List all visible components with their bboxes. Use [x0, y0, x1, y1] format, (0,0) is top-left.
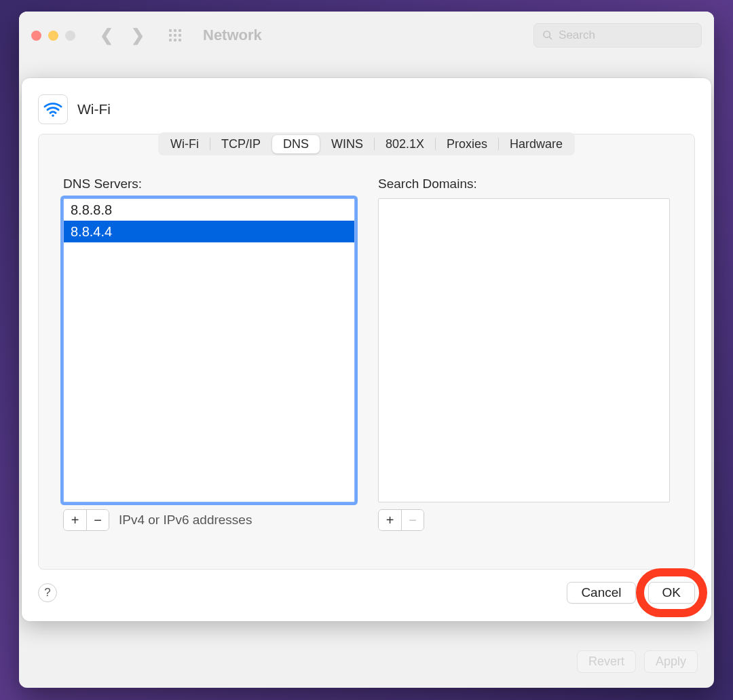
traffic-lights — [31, 31, 75, 41]
tab-wifi[interactable]: Wi-Fi — [159, 135, 210, 153]
dns-servers-column: DNS Servers: 8.8.8.88.8.4.4 + − IPv4 or … — [63, 177, 355, 531]
window-bottom-actions: Revert Apply — [577, 650, 698, 673]
svg-line-1 — [549, 37, 552, 39]
search-input[interactable] — [559, 29, 693, 42]
search-icon — [542, 29, 553, 41]
zoom-window-button[interactable] — [65, 31, 75, 41]
remove-dns-server-button[interactable]: − — [86, 510, 109, 530]
close-window-button[interactable] — [31, 31, 41, 41]
tab-dns[interactable]: DNS — [272, 135, 320, 153]
svg-point-2 — [52, 115, 54, 117]
back-button[interactable]: ❮ — [100, 26, 113, 45]
search-box[interactable] — [533, 23, 702, 48]
tab-hardware[interactable]: Hardware — [499, 135, 574, 153]
add-dns-server-button[interactable]: + — [64, 510, 86, 530]
dns-servers-label: DNS Servers: — [63, 177, 355, 191]
sheet-footer: ? Cancel OK — [38, 582, 695, 604]
forward-button[interactable]: ❯ — [131, 26, 145, 45]
tab-tcpip[interactable]: TCP/IP — [210, 135, 271, 153]
ok-button-highlight: OK — [648, 582, 695, 604]
tab-proxies[interactable]: Proxies — [436, 135, 498, 153]
window-title: Network — [203, 26, 262, 44]
titlebar: ❮ ❯ Network — [19, 12, 714, 59]
search-domains-pm-group: + − — [378, 509, 424, 531]
nav-arrows: ❮ ❯ — [100, 26, 145, 45]
sheet-actions: Cancel OK — [567, 582, 695, 604]
help-button[interactable]: ? — [38, 583, 57, 602]
ok-button[interactable]: OK — [648, 582, 695, 604]
search-domains-column: Search Domains: + − — [378, 177, 670, 531]
search-domains-label: Search Domains: — [378, 177, 670, 191]
show-all-icon[interactable] — [169, 29, 181, 41]
wifi-icon — [38, 94, 68, 124]
add-search-domain-button[interactable]: + — [379, 510, 401, 530]
sheet-title: Wi-Fi — [77, 101, 111, 117]
dns-hint-label: IPv4 or IPv6 addresses — [119, 513, 252, 528]
search-domains-footer: + − — [378, 509, 670, 531]
tab-bar: Wi-FiTCP/IPDNSWINS802.1XProxiesHardware — [39, 132, 694, 155]
svg-point-0 — [544, 31, 550, 37]
dns-server-item[interactable]: 8.8.4.4 — [64, 221, 354, 242]
dns-servers-list[interactable]: 8.8.8.88.8.4.4 — [63, 198, 355, 502]
search-domains-list[interactable] — [378, 198, 670, 502]
tab-8021x[interactable]: 802.1X — [375, 135, 435, 153]
tab-wins[interactable]: WINS — [320, 135, 374, 153]
tab-panel: Wi-FiTCP/IPDNSWINS802.1XProxiesHardware … — [38, 134, 695, 570]
minimize-window-button[interactable] — [48, 31, 58, 41]
wifi-advanced-sheet: Wi-Fi Wi-FiTCP/IPDNSWINS802.1XProxiesHar… — [22, 78, 711, 621]
apply-button[interactable]: Apply — [644, 650, 698, 673]
revert-button[interactable]: Revert — [577, 650, 636, 673]
dns-servers-pm-group: + − — [63, 509, 109, 531]
cancel-button[interactable]: Cancel — [567, 582, 635, 604]
system-preferences-window: ❮ ❯ Network Revert Apply — [19, 12, 714, 688]
dns-columns: DNS Servers: 8.8.8.88.8.4.4 + − IPv4 or … — [39, 158, 694, 531]
remove-search-domain-button[interactable]: − — [401, 510, 424, 530]
dns-servers-footer: + − IPv4 or IPv6 addresses — [63, 509, 355, 531]
sheet-header: Wi-Fi — [38, 94, 695, 124]
dns-server-item[interactable]: 8.8.8.8 — [64, 199, 354, 221]
